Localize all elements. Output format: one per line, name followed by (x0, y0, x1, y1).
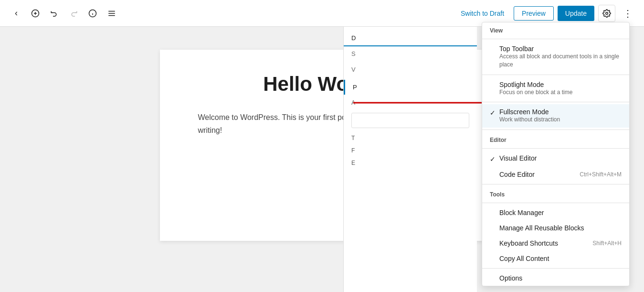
panel-label-a: A (344, 97, 477, 109)
svg-point-9 (606, 12, 608, 14)
spotlight-mode-item[interactable]: Spotlight Mode Focus on one block at a t… (482, 77, 629, 100)
editor-section-label: Editor (482, 132, 629, 146)
code-editor-item[interactable]: Code Editor Ctrl+Shift+Alt+M (482, 167, 629, 182)
fullscreen-title: Fullscreen Mode (499, 108, 622, 116)
keyboard-shortcuts-item[interactable]: Keyboard Shortcuts Shift+Alt+H (482, 236, 629, 251)
top-toolbar-content: Top Toolbar Access all block and documen… (499, 45, 622, 69)
tools-section-label: Tools (482, 186, 629, 201)
more-options-button[interactable]: ⋮ (619, 5, 636, 22)
divider-2 (482, 75, 629, 75)
panel-tab-s[interactable]: S (344, 46, 477, 62)
panel-label-t: T (344, 132, 477, 144)
copy-all-content-item[interactable]: Copy All Content (482, 251, 629, 266)
top-toolbar-item[interactable]: Top Toolbar Access all block and documen… (482, 41, 629, 73)
view-section-label: View (482, 22, 629, 37)
block-manager-content: Block Manager (499, 209, 622, 216)
manage-reusable-title: Manage All Reusable Blocks (499, 224, 622, 232)
code-editor-content: Code Editor (499, 171, 576, 178)
fullscreen-check: ✓ (490, 109, 499, 117)
spotlight-title: Spotlight Mode (499, 81, 622, 88)
options-content: Options (499, 274, 622, 282)
add-block-button[interactable] (27, 5, 44, 22)
copy-all-content-title: Copy All Content (499, 255, 622, 262)
panel-label-f: F (344, 144, 477, 157)
settings-button[interactable] (598, 5, 615, 22)
visual-editor-title: Visual Editor (499, 154, 622, 162)
undo-button[interactable] (46, 5, 63, 22)
list-view-button[interactable] (103, 5, 120, 22)
visual-editor-item[interactable]: ✓ Visual Editor (482, 151, 629, 167)
divider-8 (482, 268, 629, 269)
top-toolbar-desc: Access all block and document tools in a… (499, 53, 622, 69)
fullscreen-desc: Work without distraction (499, 116, 622, 124)
divider-6 (482, 184, 629, 184)
panel-label-e: E (344, 157, 477, 169)
top-toolbar-title: Top Toolbar (499, 45, 622, 53)
visual-editor-content: Visual Editor (499, 154, 622, 162)
options-title: Options (499, 274, 622, 282)
keyboard-shortcuts-content: Keyboard Shortcuts (499, 239, 589, 247)
manage-reusable-content: Manage All Reusable Blocks (499, 224, 622, 232)
copy-all-content-content: Copy All Content (499, 255, 622, 262)
divider-4 (482, 130, 629, 130)
divider-5 (482, 148, 629, 149)
panel-item-p[interactable]: P (344, 80, 477, 95)
block-manager-item[interactable]: Block Manager (482, 205, 629, 220)
code-editor-title: Code Editor (499, 171, 576, 178)
options-dropdown: View Top Toolbar Access all block and do… (482, 22, 630, 286)
manage-reusable-item[interactable]: Manage All Reusable Blocks (482, 220, 629, 236)
keyboard-shortcuts-title: Keyboard Shortcuts (499, 239, 589, 247)
code-editor-shortcut: Ctrl+Shift+Alt+M (580, 171, 622, 178)
keyboard-shortcuts-shortcut: Shift+Alt+H (592, 240, 622, 247)
divider-1 (482, 39, 629, 39)
divider-7 (482, 203, 629, 203)
fullscreen-content: Fullscreen Mode Work without distraction (499, 108, 622, 124)
visual-editor-check: ✓ (490, 155, 499, 163)
back-button[interactable]: ‹ (8, 5, 25, 22)
switch-to-draft-button[interactable]: Switch to Draft (455, 7, 510, 20)
update-button[interactable]: Update (558, 6, 594, 21)
spotlight-content: Spotlight Mode Focus on one block at a t… (499, 81, 622, 97)
toolbar-right: Switch to Draft Preview Update ⋮ (455, 5, 636, 22)
redo-button[interactable] (65, 5, 82, 22)
right-panel: D S V P A T F E (343, 27, 477, 292)
preview-button[interactable]: Preview (514, 6, 554, 21)
divider-3 (482, 102, 629, 102)
panel-tab-d[interactable]: D (344, 31, 477, 46)
info-button[interactable] (84, 5, 101, 22)
spotlight-desc: Focus on one block at a time (499, 88, 622, 97)
toolbar-left: ‹ (8, 5, 455, 22)
fullscreen-mode-item[interactable]: ✓ Fullscreen Mode Work without distracti… (482, 104, 629, 128)
panel-tab-v[interactable]: V (344, 62, 477, 78)
panel-box-c[interactable] (351, 113, 469, 128)
options-item[interactable]: Options (482, 270, 629, 286)
block-manager-title: Block Manager (499, 209, 622, 216)
